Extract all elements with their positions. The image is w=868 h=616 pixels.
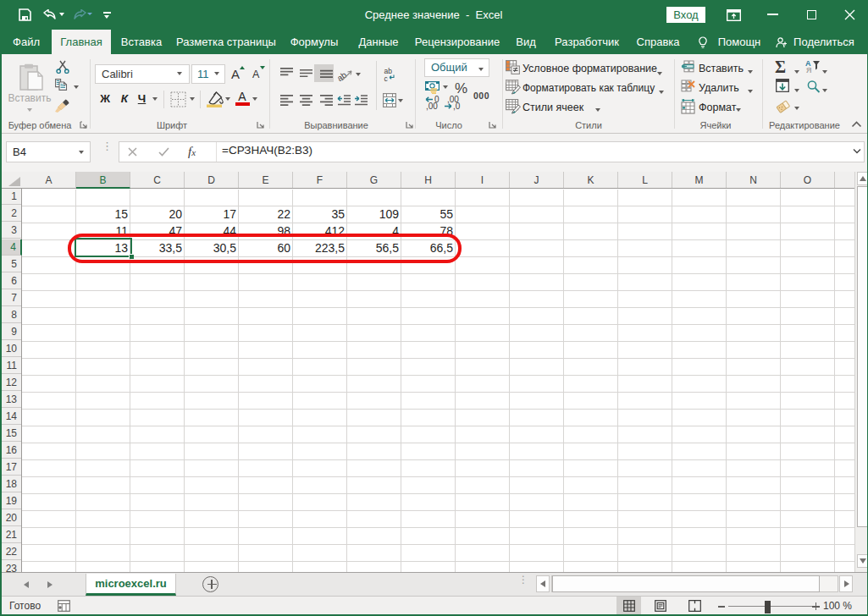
svg-text:,0: ,0: [453, 102, 461, 111]
svg-text:Я: Я: [806, 66, 811, 74]
svg-text:0: 0: [434, 96, 440, 104]
